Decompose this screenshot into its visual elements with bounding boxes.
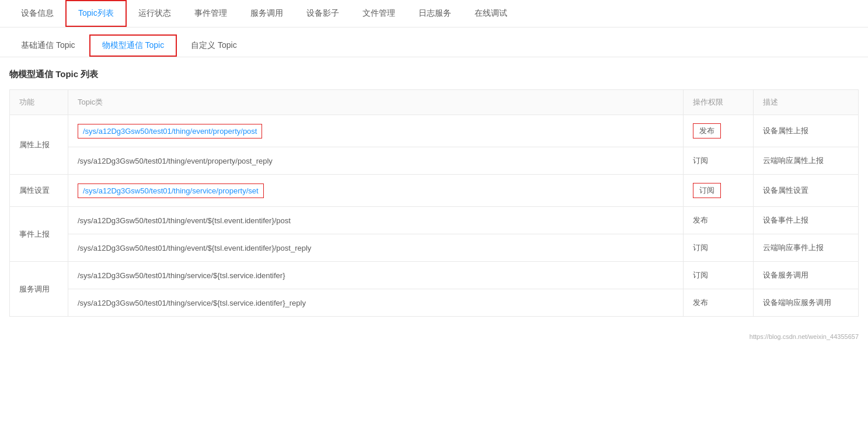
topic-link-highlighted[interactable]: /sys/a12Dg3Gsw50/test01/thing/event/prop…: [78, 124, 262, 138]
description-cell: 设备事件上报: [754, 207, 859, 234]
col-header-feature: 功能: [10, 90, 68, 115]
sub-nav-bar: 基础通信 Topic物模型通信 Topic自定义 Topic: [0, 27, 868, 57]
page-content: 物模型通信 Topic 列表 功能 Topic类 操作权限 描述 属性上报/sy…: [0, 57, 868, 328]
sub-nav-tab-custom-topic[interactable]: 自定义 Topic: [179, 34, 249, 57]
permission-cell: 发布: [684, 115, 754, 147]
col-header-permission: 操作权限: [684, 90, 754, 115]
permission-badge: 订阅: [693, 156, 708, 165]
feature-cell: 属性设置: [10, 175, 68, 207]
top-nav: 设备信息Topic列表运行状态事件管理服务调用设备影子文件管理日志服务在线调试: [0, 0, 868, 27]
topic-text: /sys/a12Dg3Gsw50/test01/thing/event/prop…: [78, 157, 273, 165]
description-cell: 云端响应事件上报: [754, 234, 859, 262]
sub-nav: 基础通信 Topic物模型通信 Topic自定义 Topic: [0, 27, 868, 57]
permission-badge-highlighted: 发布: [693, 123, 721, 138]
permission-cell: 订阅: [684, 262, 754, 289]
table-row: 属性设置/sys/a12Dg3Gsw50/test01/thing/servic…: [10, 175, 859, 207]
permission-cell: 发布: [684, 207, 754, 234]
topic-cell: /sys/a12Dg3Gsw50/test01/thing/service/pr…: [68, 175, 684, 207]
description-cell: 设备服务调用: [754, 262, 859, 289]
permission-cell: 订阅: [684, 147, 754, 175]
topic-cell: /sys/a12Dg3Gsw50/test01/thing/service/${…: [68, 262, 684, 289]
permission-badge: 发布: [693, 216, 708, 224]
permission-badge: 订阅: [693, 271, 708, 279]
table-row: 服务调用/sys/a12Dg3Gsw50/test01/thing/servic…: [10, 262, 859, 289]
topic-text: /sys/a12Dg3Gsw50/test01/thing/event/${ts…: [78, 216, 291, 225]
permission-cell: 订阅: [684, 234, 754, 262]
top-nav-tab-topic-list[interactable]: Topic列表: [65, 0, 127, 27]
permission-cell: 订阅: [684, 175, 754, 207]
feature-cell: 服务调用: [10, 262, 68, 317]
permission-badge-highlighted: 订阅: [693, 183, 721, 198]
top-nav-tab-run-status[interactable]: 运行状态: [127, 0, 183, 27]
top-nav-bar: 设备信息Topic列表运行状态事件管理服务调用设备影子文件管理日志服务在线调试: [0, 0, 868, 27]
section-title: 物模型通信 Topic 列表: [9, 69, 859, 80]
topic-cell: /sys/a12Dg3Gsw50/test01/thing/service/${…: [68, 289, 684, 317]
table-row: 事件上报/sys/a12Dg3Gsw50/test01/thing/event/…: [10, 207, 859, 234]
permission-cell: 发布: [684, 289, 754, 317]
description-cell: 云端响应属性上报: [754, 147, 859, 175]
topic-cell: /sys/a12Dg3Gsw50/test01/thing/event/prop…: [68, 147, 684, 175]
table-row: /sys/a12Dg3Gsw50/test01/thing/service/${…: [10, 289, 859, 317]
col-header-desc: 描述: [754, 90, 859, 115]
table-row: 属性上报/sys/a12Dg3Gsw50/test01/thing/event/…: [10, 115, 859, 147]
topic-text: /sys/a12Dg3Gsw50/test01/thing/service/${…: [78, 271, 285, 280]
feature-cell: 属性上报: [10, 115, 68, 175]
topic-text: /sys/a12Dg3Gsw50/test01/thing/event/${ts…: [78, 244, 311, 252]
topic-table: 功能 Topic类 操作权限 描述 属性上报/sys/a12Dg3Gsw50/t…: [9, 89, 859, 317]
topic-cell: /sys/a12Dg3Gsw50/test01/thing/event/prop…: [68, 115, 684, 147]
topic-link-highlighted[interactable]: /sys/a12Dg3Gsw50/test01/thing/service/pr…: [78, 183, 264, 198]
top-nav-tab-log-service[interactable]: 日志服务: [407, 0, 463, 27]
description-cell: 设备属性设置: [754, 175, 859, 207]
top-nav-tab-device-info[interactable]: 设备信息: [9, 0, 65, 27]
permission-badge: 发布: [693, 298, 708, 307]
table-row: /sys/a12Dg3Gsw50/test01/thing/event/prop…: [10, 147, 859, 175]
table-row: /sys/a12Dg3Gsw50/test01/thing/event/${ts…: [10, 234, 859, 262]
sub-nav-tab-model-topic[interactable]: 物模型通信 Topic: [89, 34, 177, 57]
top-nav-tab-file-mgmt[interactable]: 文件管理: [351, 0, 407, 27]
top-nav-tab-device-shadow[interactable]: 设备影子: [295, 0, 351, 27]
description-cell: 设备属性上报: [754, 115, 859, 147]
topic-cell: /sys/a12Dg3Gsw50/test01/thing/event/${ts…: [68, 234, 684, 262]
top-nav-tab-service-call[interactable]: 服务调用: [239, 0, 295, 27]
sub-nav-tab-basic-topic[interactable]: 基础通信 Topic: [9, 34, 87, 57]
feature-cell: 事件上报: [10, 207, 68, 262]
top-nav-tab-event-mgmt[interactable]: 事件管理: [183, 0, 239, 27]
topic-text: /sys/a12Dg3Gsw50/test01/thing/service/${…: [78, 299, 306, 307]
top-nav-tab-online-debug[interactable]: 在线调试: [463, 0, 519, 27]
permission-badge: 订阅: [693, 243, 708, 252]
col-header-topic: Topic类: [68, 90, 684, 115]
description-cell: 设备端响应服务调用: [754, 289, 859, 317]
topic-cell: /sys/a12Dg3Gsw50/test01/thing/event/${ts…: [68, 207, 684, 234]
watermark: https://blog.csdn.net/weixin_44355657: [0, 328, 868, 345]
